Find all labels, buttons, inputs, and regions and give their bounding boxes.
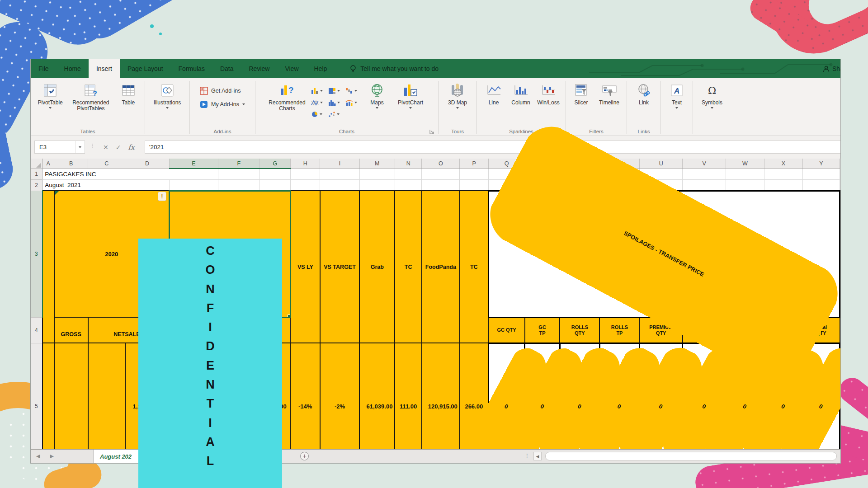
grid-cell[interactable] (218, 179, 259, 191)
timeline-button[interactable]: Timeline (594, 81, 624, 107)
column-header-P[interactable]: P (460, 159, 488, 169)
column-header-V[interactable]: V (683, 159, 726, 169)
grid-cell[interactable] (726, 169, 764, 179)
header-vs_target[interactable]: VS TARGET (320, 191, 359, 343)
confirm-entry-icon[interactable]: ✓ (116, 144, 121, 151)
tell-me-box[interactable]: Tell me what you want to do (350, 65, 439, 73)
header-grab[interactable]: Grab (359, 191, 395, 343)
header-tc3[interactable]: TC (460, 191, 488, 343)
insert-pie-chart-button[interactable] (311, 108, 328, 120)
cell-title[interactable]: PASIGCAKES INC (42, 169, 218, 179)
total-vs-target[interactable]: -2% (320, 343, 359, 464)
grid-cell[interactable] (42, 191, 54, 343)
row-header-1[interactable]: 1 (31, 169, 42, 179)
symbols-button[interactable]: Ω Symbols (697, 81, 727, 110)
column-header-D[interactable]: D (125, 159, 170, 169)
tab-data[interactable]: Data (212, 59, 241, 78)
grid-cell[interactable] (422, 179, 460, 191)
header-tc2[interactable]: TC (395, 191, 422, 343)
grid-cell[interactable] (802, 169, 840, 179)
column-header-E[interactable]: E (169, 159, 218, 169)
grid-cell[interactable] (169, 179, 218, 191)
header-vs_ly[interactable]: VS LY (290, 191, 320, 343)
column-header-N[interactable]: N (395, 159, 422, 169)
column-header-G[interactable]: G (259, 159, 290, 169)
column-header-W[interactable]: W (726, 159, 764, 169)
warning-icon[interactable]: ! (158, 192, 166, 201)
grid-cell[interactable] (320, 179, 359, 191)
column-header-A[interactable]: A (42, 159, 54, 169)
grid-cell[interactable] (802, 179, 840, 191)
grid-cell[interactable] (359, 169, 395, 179)
insert-waterfall-chart-button[interactable] (345, 85, 363, 97)
sheet-nav-right-icon[interactable]: ▶ (50, 453, 53, 459)
grid-cell[interactable] (259, 179, 290, 191)
maps-button[interactable]: Maps (363, 81, 391, 110)
link-button[interactable]: Link (630, 81, 657, 107)
grid-cell[interactable] (683, 179, 726, 191)
row-header-2[interactable]: 2 (31, 179, 42, 191)
get-addins-button[interactable]: Get Add-ins (198, 87, 247, 95)
row-header-5[interactable]: 5 (31, 343, 42, 464)
grid-cell[interactable] (290, 179, 320, 191)
insert-combo-chart-button[interactable] (345, 97, 363, 108)
grid-cell[interactable] (726, 179, 764, 191)
insert-hierarchy-chart-button[interactable] (328, 85, 345, 97)
charts-dialog-launcher-icon[interactable] (429, 129, 434, 134)
grid-cell[interactable] (460, 179, 488, 191)
grid-cell[interactable] (395, 169, 422, 179)
sparkline-column-button[interactable]: Column (507, 81, 535, 107)
insert-scatter-chart-button[interactable] (328, 108, 345, 120)
formula-input[interactable]: '2021 (145, 141, 840, 154)
column-header-Y[interactable]: Y (802, 159, 840, 169)
slicer-button[interactable]: Slicer (569, 81, 594, 107)
column-header-H[interactable]: H (290, 159, 320, 169)
share-button[interactable]: Share (823, 59, 841, 78)
header-foodpanda[interactable]: FoodPanda (422, 191, 460, 343)
column-header-U[interactable]: U (639, 159, 682, 169)
cancel-entry-icon[interactable]: ✕ (103, 144, 108, 151)
grid-cell[interactable] (320, 169, 359, 179)
hscroll-left-arrow[interactable]: ◀ (533, 452, 542, 460)
row-header-4[interactable]: 4 (31, 317, 42, 343)
sheet-nav-left-icon[interactable]: ◀ (36, 453, 40, 459)
horizontal-scrollbar[interactable] (545, 452, 837, 460)
column-header-M[interactable]: M (359, 159, 395, 169)
header-spoilage[interactable]: GCTP (525, 317, 560, 343)
tab-review[interactable]: Review (241, 59, 278, 78)
recommended-charts-button[interactable]: ? Recommended Charts (264, 81, 310, 113)
header-spoilage[interactable]: GC QTY (488, 317, 525, 343)
column-header-F[interactable]: F (218, 159, 259, 169)
column-header-C[interactable]: C (88, 159, 125, 169)
3d-map-button[interactable]: 3D Map (442, 81, 473, 110)
my-addins-button[interactable]: My Add-ins (198, 100, 247, 108)
pivottable-button[interactable]: PivotTable (33, 81, 67, 110)
name-box-dropdown[interactable] (75, 141, 85, 153)
pivotchart-button[interactable]: PivotChart (392, 81, 429, 110)
grid-cell[interactable] (395, 179, 422, 191)
column-header-O[interactable]: O (422, 159, 460, 169)
grid-cell[interactable] (359, 179, 395, 191)
illustrations-button[interactable]: Illustrations (148, 81, 186, 110)
text-button[interactable]: A Text (664, 81, 689, 110)
scrollbar-resize-handle[interactable]: ⋮ (524, 453, 530, 459)
tab-help[interactable]: Help (307, 59, 335, 78)
column-header-B[interactable]: B (54, 159, 88, 169)
tab-home[interactable]: Home (57, 59, 89, 78)
tab-page-layout[interactable]: Page Layout (120, 59, 171, 78)
column-header-I[interactable]: I (320, 159, 359, 169)
grid-cell[interactable] (88, 343, 125, 464)
tab-file[interactable]: File (31, 59, 57, 78)
insert-function-icon[interactable]: fx (128, 143, 134, 151)
grid-cell[interactable] (460, 169, 488, 179)
total-vs-ly[interactable]: -14% (290, 343, 320, 464)
grid-cell[interactable] (290, 169, 320, 179)
total-tc2[interactable]: 111.00 (395, 343, 422, 464)
grid-cell[interactable] (683, 169, 726, 179)
grid-cell[interactable] (422, 169, 460, 179)
cell-subtitle[interactable]: August 2021 (42, 179, 169, 191)
table-button[interactable]: Table (115, 81, 142, 107)
total-foodpanda[interactable]: 120,915.00 (422, 343, 460, 464)
grid-cell[interactable] (218, 169, 259, 179)
column-header-X[interactable]: X (764, 159, 802, 169)
